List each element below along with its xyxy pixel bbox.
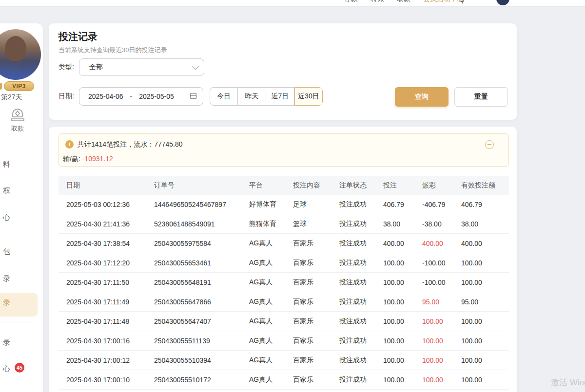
sidebar-menu-item-3[interactable]: 包 — [0, 247, 10, 256]
user-avatar-small[interactable] — [496, 0, 509, 5]
cell-bet: 100.00 — [383, 279, 422, 286]
cell-payout: 100.00 — [422, 376, 461, 384]
cell-valid: 100.00 — [461, 279, 509, 286]
cell-platform: AG真人 — [249, 259, 293, 267]
cell-order: 250430055510172 — [154, 376, 249, 384]
cell-order: 250430055510394 — [154, 356, 249, 364]
winloss-label: 输/赢: — [63, 155, 80, 163]
cell-bet: 406.79 — [383, 201, 422, 208]
summary-line1: 共计1414笔投注，流水：77745.80 — [78, 140, 183, 149]
cell-content: 足球 — [293, 200, 339, 209]
cell-status: 投注成功 — [339, 200, 383, 209]
cell-content: 百家乐 — [293, 239, 339, 248]
quick-range-group: 今日昨天近7日近30日 — [210, 87, 323, 106]
filter-panel: 投注记录 当前系统支持查询最近30日的投注记录 类型: 全部 日期: 2025-… — [49, 23, 517, 120]
date-label: 日期: — [58, 92, 74, 101]
column-header-0: 日期 — [66, 181, 154, 190]
sidebar-menu-item-5-active[interactable]: 录 — [0, 298, 10, 307]
cell-payout: 400.00 — [422, 240, 461, 247]
sidebar-menu-item-1[interactable]: 权 — [0, 186, 10, 195]
cell-order: 5238061488549091 — [154, 220, 249, 228]
topbar: 存款转账取款会员活动中心 ⚲ — [0, 0, 585, 6]
topnav-item-0[interactable]: 存款 — [344, 0, 358, 3]
cell-status: 投注成功 — [339, 298, 383, 306]
sidebar-withdraw-button[interactable]: 取款 — [7, 107, 28, 133]
results-panel: i 共计1414笔投注，流水：77745.80 输/赢:-10931.12 日期… — [49, 127, 517, 392]
sidebar-menu-item-7[interactable]: 心 — [0, 364, 10, 373]
search-button[interactable]: 查询 — [395, 87, 448, 107]
cell-date: 2025-04-30 17:11:48 — [66, 317, 154, 325]
cell-valid: 100.00 — [461, 337, 509, 345]
cell-content: 篮球 — [293, 220, 339, 228]
cell-status: 投注成功 — [339, 375, 383, 384]
cell-order: 250430055648191 — [154, 279, 249, 286]
date-start-value: 2025-04-06 — [88, 93, 123, 100]
cell-status: 投注成功 — [339, 317, 383, 326]
cell-payout: 100.00 — [422, 356, 461, 364]
cell-platform: 好博体育 — [249, 200, 293, 209]
table-row: 2025-04-30 17:00:12250430055510394AG真人百家… — [58, 351, 509, 370]
cell-platform: AG真人 — [249, 298, 293, 306]
column-header-1: 订单号 — [154, 181, 249, 190]
table-row: 2025-04-30 21:41:365238061488549091熊猫体育篮… — [58, 214, 509, 234]
cell-date: 2025-04-30 17:00:10 — [66, 376, 154, 384]
cell-content: 百家乐 — [293, 336, 339, 345]
table-row: 2025-05-03 00:12:361446496505245467897好博… — [58, 195, 509, 214]
cell-order: 250430055653461 — [154, 259, 249, 267]
type-select[interactable]: 全部 — [79, 58, 204, 76]
page-subtitle: 当前系统支持查询最近30日的投注记录 — [58, 46, 167, 55]
cell-status: 投注成功 — [339, 356, 383, 365]
page-title: 投注记录 — [58, 30, 98, 43]
cell-content: 百家乐 — [293, 375, 339, 384]
cell-date: 2025-04-30 17:11:49 — [66, 298, 154, 306]
cell-payout: -406.79 — [422, 201, 461, 208]
cell-status: 投注成功 — [339, 259, 383, 267]
user-avatar[interactable] — [0, 29, 41, 80]
topnav-item-3[interactable]: 会员活动中心 — [423, 0, 464, 3]
cell-platform: AG真人 — [249, 239, 293, 248]
sidebar-menu-item-2[interactable]: 心 — [0, 213, 10, 222]
column-header-6: 派彩 — [422, 181, 461, 190]
date-range-input[interactable]: 2025-04-06 - 2025-05-05 — [79, 87, 203, 106]
topnav-item-2[interactable]: 取款 — [397, 0, 410, 3]
cell-status: 投注成功 — [339, 220, 383, 228]
topnav-item-1[interactable]: 转账 — [370, 0, 384, 3]
column-header-4: 注单状态 — [339, 181, 383, 190]
cell-platform: 熊猫体育 — [249, 220, 293, 228]
column-header-5: 投注 — [383, 181, 422, 190]
reset-button[interactable]: 重置 — [454, 87, 508, 107]
cell-platform: AG真人 — [249, 278, 293, 287]
cell-date: 2025-04-30 17:12:20 — [66, 259, 154, 267]
cell-payout: -100.00 — [422, 279, 461, 286]
collapse-icon[interactable] — [485, 140, 494, 149]
withdraw-label: 取款 — [7, 124, 28, 133]
cell-order: 1446496505245467897 — [154, 201, 249, 208]
summary-turnover-value: 77745.80 — [154, 140, 182, 148]
vip-badge-wing-icon — [0, 83, 2, 90]
cell-status: 投注成功 — [339, 239, 383, 248]
quick-range-3-active[interactable]: 近30日 — [294, 87, 323, 106]
quick-range-1[interactable]: 昨天 — [238, 87, 266, 106]
cell-content: 百家乐 — [293, 259, 339, 267]
date-end-value: 2025-05-05 — [139, 93, 174, 100]
table-row: 2025-04-30 17:11:50250430055648191AG真人百家… — [58, 273, 509, 292]
sidebar-menu-item-4[interactable]: 录 — [0, 274, 10, 283]
cell-payout: -100.00 — [422, 259, 461, 267]
cell-date: 2025-04-30 17:11:50 — [66, 279, 154, 286]
cell-valid: 95.00 — [461, 298, 509, 306]
quick-range-2[interactable]: 近7日 — [266, 87, 294, 106]
cell-payout: 95.00 — [422, 298, 461, 306]
summary-line2: 输/赢:-10931.12 — [63, 155, 113, 164]
type-label: 类型: — [58, 63, 74, 72]
sidebar-menu-item-6[interactable]: 录 — [0, 338, 10, 347]
cell-bet: 100.00 — [383, 259, 422, 267]
cell-payout: -38.00 — [422, 220, 461, 228]
column-header-7: 有效投注额 — [461, 181, 509, 190]
cell-bet: 38.00 — [383, 220, 422, 228]
sidebar-menu-item-0[interactable]: 料 — [0, 160, 10, 169]
quick-range-0[interactable]: 今日 — [210, 87, 238, 106]
cell-date: 2025-04-30 17:00:16 — [66, 337, 154, 345]
summary-alert: i 共计1414笔投注，流水：77745.80 输/赢:-10931.12 — [58, 133, 509, 167]
sidebar: VIP3 第27天 取款 料权心包录录录心45 — [0, 23, 43, 392]
cell-status: 投注成功 — [339, 278, 383, 287]
